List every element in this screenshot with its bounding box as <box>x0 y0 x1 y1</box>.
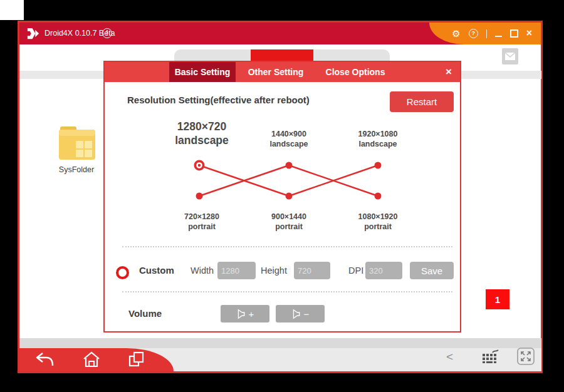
help-icon[interactable]: ? <box>469 29 478 38</box>
resolution-orientation: portrait <box>158 222 246 232</box>
lower-strip <box>19 338 541 348</box>
titlebar-controls: ⚙ ? × <box>429 23 541 44</box>
gear-icon[interactable]: ⚙ <box>452 29 460 38</box>
selected-resolution-dot <box>194 160 205 171</box>
tab-close-options[interactable]: Close Options <box>318 62 392 82</box>
resolution-size: 900×1440 <box>245 212 333 222</box>
minimize-icon[interactable] <box>495 36 502 37</box>
mail-tile[interactable] <box>502 48 518 64</box>
resolution-option-900x1440[interactable]: 900×1440 portrait <box>245 212 333 232</box>
fullscreen-icon[interactable] <box>516 347 535 366</box>
separator <box>122 291 452 292</box>
keyboard-icon[interactable] <box>480 348 500 366</box>
resolution-orientation: portrait <box>245 222 333 232</box>
resolution-orientation: landscape <box>145 134 258 148</box>
envelope-icon <box>502 48 518 64</box>
recent-apps-icon[interactable] <box>127 351 146 368</box>
dpi-input[interactable] <box>365 262 402 279</box>
close-icon[interactable]: × <box>526 28 532 38</box>
settings-dialog: Basic Setting Other Setting Close Option… <box>103 61 461 333</box>
speaker-icon <box>236 309 247 319</box>
maximize-icon[interactable] <box>510 29 518 38</box>
resolution-size: 720×1280 <box>158 212 246 222</box>
resolution-size: 1080×1920 <box>334 212 422 222</box>
resolution-size: 1920×1080 <box>334 130 422 140</box>
speaker-icon <box>291 309 302 319</box>
sysfolder-icon[interactable] <box>58 125 97 162</box>
restart-button[interactable]: Restart <box>390 91 454 112</box>
resolution-size: 1440×900 <box>245 130 333 140</box>
resolution-orientation: portrait <box>334 222 422 232</box>
resolution-option-1280x720[interactable]: 1280×720 landscape <box>145 120 258 148</box>
titlebar-divider <box>486 29 487 38</box>
height-input[interactable] <box>294 262 330 279</box>
custom-label: Custom <box>139 265 174 276</box>
resolution-orientation: landscape <box>245 140 333 150</box>
droid4x-logo-icon <box>26 26 40 41</box>
titlebar[interactable]: Droid4X 0.10.7 Beta ! ⚙ ? × <box>19 23 541 44</box>
volume-down-button[interactable]: − <box>276 305 325 322</box>
dialog-close-icon[interactable]: × <box>438 62 459 82</box>
minus-sign: − <box>304 309 310 319</box>
resolution-option-720x1280[interactable]: 720×1280 portrait <box>158 212 246 232</box>
tab-basic-setting[interactable]: Basic Setting <box>169 62 236 82</box>
notification-badge[interactable]: 1 <box>486 289 509 309</box>
back-icon[interactable] <box>31 352 55 368</box>
width-input[interactable] <box>217 262 256 279</box>
resolution-section-title: Resolution Setting(effective after reboo… <box>127 95 310 105</box>
resolution-option-1440x900[interactable]: 1440×900 landscape <box>245 130 333 149</box>
width-label: Width <box>191 266 214 276</box>
tab-other-setting[interactable]: Other Setting <box>241 62 311 82</box>
separator <box>122 246 452 247</box>
custom-radio[interactable] <box>116 266 129 279</box>
tab-label: Other Setting <box>248 67 304 77</box>
tab-label: Close Options <box>326 67 385 77</box>
dpi-label: DPI <box>348 266 363 276</box>
resolution-orientation: landscape <box>334 140 422 150</box>
resolution-selector-graph[interactable] <box>175 157 401 205</box>
desktop-corner-artifact <box>0 0 24 20</box>
chevron-left-icon[interactable]: < <box>446 350 453 364</box>
plus-sign: + <box>249 309 254 319</box>
volume-label: Volume <box>128 308 162 319</box>
height-label: Height <box>261 266 287 276</box>
info-icon[interactable]: ! <box>102 28 112 38</box>
background-tab-strip-active <box>251 49 313 61</box>
save-button[interactable]: Save <box>410 262 454 279</box>
home-icon[interactable] <box>82 351 101 368</box>
resolution-option-1920x1080[interactable]: 1920×1080 landscape <box>334 130 422 149</box>
tab-label: Basic Setting <box>175 67 231 77</box>
sysfolder-label[interactable]: SysFolder <box>45 165 108 174</box>
resolution-option-1080x1920[interactable]: 1080×1920 portrait <box>334 212 422 232</box>
resolution-size: 1280×720 <box>145 120 258 134</box>
volume-up-button[interactable]: + <box>221 305 269 322</box>
